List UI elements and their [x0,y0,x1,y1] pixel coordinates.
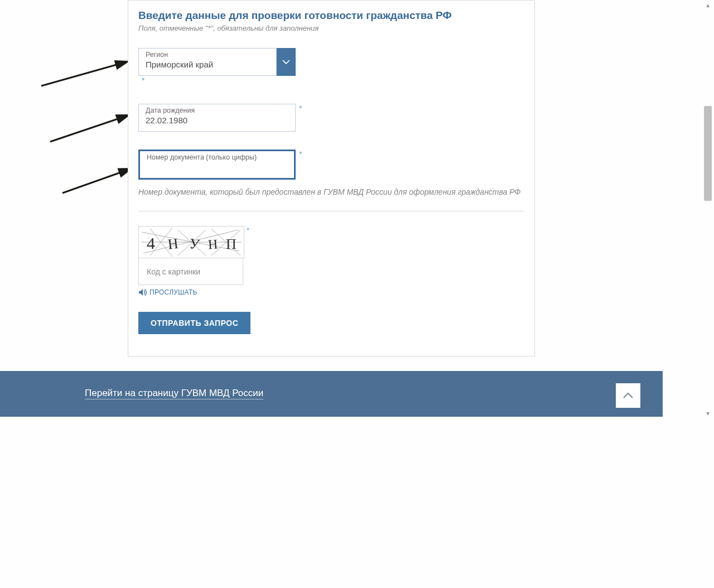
required-hint: Поля, отмеченные "*", обязательны для за… [138,24,524,32]
chevron-up-icon [623,392,634,399]
speaker-icon [138,288,147,296]
region-field-row: Регион Приморский край * [138,48,524,86]
region-label: Регион [146,51,276,59]
region-select[interactable]: Регион Приморский край [138,48,277,76]
footer-link[interactable]: Перейти на страницу ГУВМ МВД России [85,388,263,399]
chevron-down-icon [282,59,290,65]
doc-field-row: Номер документа (только цифры) * Номер д… [138,150,524,196]
footer: Перейти на страницу ГУВМ МВД России [0,371,663,417]
captcha-input[interactable]: Код с картинки [138,258,243,285]
captcha-placeholder: Код с картинки [147,267,200,276]
scroll-down-arrow[interactable]: ▾ [704,409,712,417]
document-number-input[interactable]: Номер документа (только цифры) [138,150,296,180]
dob-label: Дата рождения [146,107,288,114]
required-star: * [142,76,144,85]
form-title: Введите данные для проверки готовности г… [138,9,524,22]
svg-text:Н: Н [167,235,179,253]
required-star: * [299,150,302,180]
required-star: * [247,226,249,234]
region-dropdown-button[interactable] [277,48,296,76]
separator [138,211,524,211]
form-card: Введите данные для проверки готовности г… [128,0,535,356]
submit-button[interactable]: ОТПРАВИТЬ ЗАПРОС [138,312,250,334]
annotation-arrow-3 [60,165,138,198]
dob-field-row: Дата рождения 22.02.1980 * [138,104,524,132]
dob-input[interactable]: Дата рождения 22.02.1980 [138,104,296,132]
dob-value: 22.02.1980 [146,115,288,125]
captcha-image: 4 Н У Н П [138,226,244,258]
svg-text:Н: Н [208,237,218,252]
region-value: Приморский край [146,60,276,69]
captcha-block: 4 Н У Н П * Код с картинки ПРОСЛУШАТЬ [138,226,524,296]
scroll-up-arrow[interactable]: ▴ [704,1,712,9]
svg-text:4: 4 [147,234,155,252]
scroll-to-top-button[interactable] [616,383,640,408]
required-star: * [299,104,302,132]
doc-hint: Номер документа, который был предоставле… [138,187,524,196]
captcha-listen-link[interactable]: ПРОСЛУШАТЬ [138,288,524,296]
listen-label: ПРОСЛУШАТЬ [149,288,197,296]
svg-text:П: П [226,236,237,252]
doc-label: Номер документа (только цифры) [147,153,287,161]
svg-text:У: У [188,235,201,253]
annotation-arrow-2 [48,112,137,147]
annotation-arrow-1 [39,56,139,91]
scrollbar-thumb[interactable] [704,106,712,201]
